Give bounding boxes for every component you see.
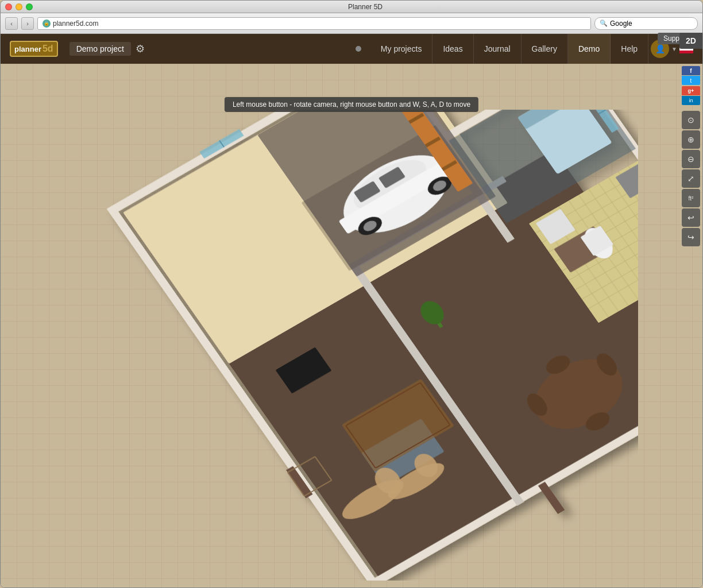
right-toolbar: f t g+ in ⊙ ⊕ ⊖ ⤢ (679, 64, 702, 249)
search-label: Google (610, 20, 632, 28)
settings-button[interactable]: ⚙ (136, 42, 145, 55)
nav-ideas[interactable]: Ideas (432, 34, 473, 64)
logo-planner: planner (14, 45, 41, 53)
nav-items: My projects Ideas Journal Gallery Demo H… (370, 34, 648, 64)
window-title: Planner 5D (33, 3, 698, 11)
nav-my-projects[interactable]: My projects (370, 34, 433, 64)
units-icon: ft² (689, 195, 694, 202)
social-buttons-2: g+ in (682, 86, 700, 105)
nav-help-label: Help (621, 44, 638, 53)
nav-dot (356, 46, 361, 52)
redo-button[interactable]: ↪ (682, 228, 700, 246)
title-bar: Planner 5D (1, 1, 702, 13)
linkedin-button[interactable]: in (682, 96, 700, 105)
tooltip: Left mouse button - rotate camera, right… (225, 97, 478, 112)
social-buttons: f t (682, 66, 700, 85)
toolbar-separator (682, 106, 700, 110)
zoom-in-icon: ⊕ (687, 135, 694, 144)
nav-my-projects-label: My projects (381, 44, 422, 53)
app-header: planner 5d Demo project ⚙ My projects Id… (1, 34, 702, 64)
main-canvas[interactable]: Left mouse button - rotate camera, right… (1, 64, 702, 587)
zoom-in-button[interactable]: ⊕ (682, 130, 700, 149)
fullscreen-icon: ⤢ (687, 174, 694, 183)
redo-icon: ↪ (687, 233, 694, 242)
zoom-out-icon: ⊖ (687, 154, 694, 164)
floor-plan-3d (29, 110, 638, 581)
secure-icon: 🔒 (43, 20, 51, 28)
url-text: planner5d.com (53, 20, 98, 28)
googleplus-button[interactable]: g+ (682, 86, 700, 95)
facebook-button[interactable]: f (682, 66, 700, 75)
nav-gallery-label: Gallery (532, 44, 557, 53)
twitter-button[interactable]: t (682, 76, 700, 85)
address-bar[interactable]: 🔒 planner5d.com (37, 17, 591, 30)
nav-ideas-label: Ideas (443, 44, 462, 53)
search-icon: 🔍 (600, 20, 608, 27)
nav-help[interactable]: Help (611, 34, 648, 64)
nav-journal[interactable]: Journal (474, 34, 522, 64)
nav-gallery[interactable]: Gallery (522, 34, 568, 64)
window: Planner 5D ‹ › 🔒 planner5d.com 🔍 Google … (0, 0, 703, 588)
forward-button[interactable]: › (21, 17, 34, 30)
project-name[interactable]: Demo project (69, 42, 131, 56)
screenshot-button[interactable]: ⊙ (682, 111, 700, 129)
units-button[interactable]: ft² (682, 189, 700, 207)
undo-button[interactable]: ↩ (682, 208, 700, 227)
maximize-button[interactable] (26, 3, 33, 10)
svg-rect-77 (538, 482, 565, 514)
browser-bar: ‹ › 🔒 planner5d.com 🔍 Google (1, 13, 702, 34)
logo-5d: 5d (43, 44, 53, 54)
logo-box: planner 5d (10, 41, 58, 57)
close-button[interactable] (5, 3, 12, 10)
minimize-button[interactable] (16, 3, 22, 10)
undo-icon: ↩ (687, 213, 694, 222)
floor-plan-svg (29, 110, 638, 581)
user-menu-arrow[interactable]: ▼ (671, 46, 677, 52)
back-button[interactable]: ‹ (5, 17, 18, 30)
search-bar[interactable]: 🔍 Google (594, 17, 698, 30)
nav-journal-label: Journal (484, 44, 511, 53)
window-controls (5, 3, 33, 10)
tooltip-text: Left mouse button - rotate camera, right… (233, 100, 470, 109)
2d-view-button[interactable]: 2D (679, 34, 702, 49)
app-container: planner 5d Demo project ⚙ My projects Id… (1, 34, 702, 587)
nav-demo[interactable]: Demo (568, 34, 611, 64)
nav-demo-label: Demo (578, 44, 600, 53)
camera-icon: ⊙ (687, 115, 694, 125)
logo: planner 5d (10, 41, 58, 57)
zoom-out-button[interactable]: ⊖ (682, 150, 700, 168)
fullscreen-button[interactable]: ⤢ (682, 169, 700, 188)
